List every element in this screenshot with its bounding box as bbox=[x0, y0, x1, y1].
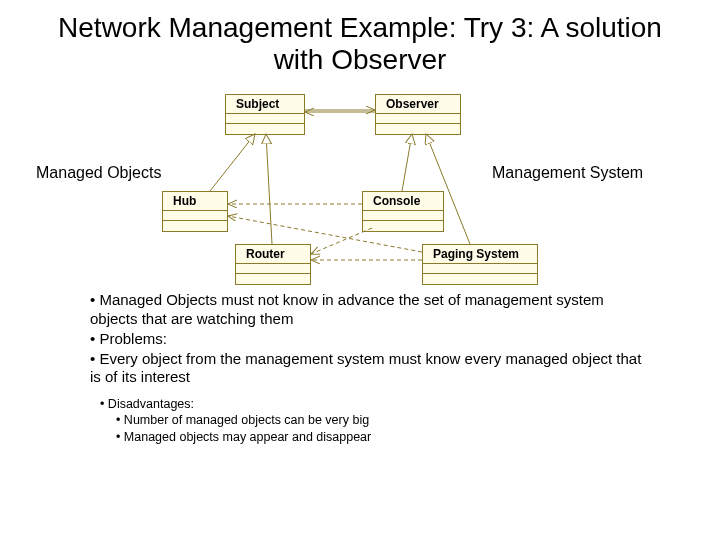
uml-class-name: Paging System bbox=[423, 245, 537, 264]
uml-class-name: Hub bbox=[163, 192, 227, 211]
uml-class-observer: Observer bbox=[375, 94, 461, 135]
svg-line-4 bbox=[402, 134, 412, 191]
uml-diagram: Managed Objects Management System Subjec… bbox=[0, 76, 720, 291]
svg-line-3 bbox=[266, 134, 272, 244]
sub-bullet-title: • Disadvantages: bbox=[100, 396, 650, 412]
svg-line-2 bbox=[210, 134, 255, 191]
sub-bullet-item: • Managed objects may appear and disappe… bbox=[100, 429, 650, 445]
bullet-item: • Every object from the management syste… bbox=[90, 350, 650, 388]
uml-class-router: Router bbox=[235, 244, 311, 285]
uml-class-name: Router bbox=[236, 245, 310, 264]
label-management-system: Management System bbox=[492, 164, 643, 182]
uml-class-hub: Hub bbox=[162, 191, 228, 232]
uml-class-paging-system: Paging System bbox=[422, 244, 538, 285]
uml-class-name: Subject bbox=[226, 95, 304, 114]
bullet-item: • Managed Objects must not know in advan… bbox=[90, 291, 650, 329]
bullet-list: • Managed Objects must not know in advan… bbox=[0, 291, 720, 396]
slide-title: Network Management Example: Try 3: A sol… bbox=[0, 0, 720, 76]
uml-class-console: Console bbox=[362, 191, 444, 232]
uml-class-name: Console bbox=[363, 192, 443, 211]
label-managed-objects: Managed Objects bbox=[36, 164, 161, 182]
sub-bullet-list: • Disadvantages: • Number of managed obj… bbox=[0, 396, 720, 445]
uml-class-subject: Subject bbox=[225, 94, 305, 135]
bullet-item: • Problems: bbox=[90, 330, 650, 349]
uml-connectors bbox=[0, 76, 720, 291]
uml-class-name: Observer bbox=[376, 95, 460, 114]
sub-bullet-item: • Number of managed objects can be very … bbox=[100, 412, 650, 428]
